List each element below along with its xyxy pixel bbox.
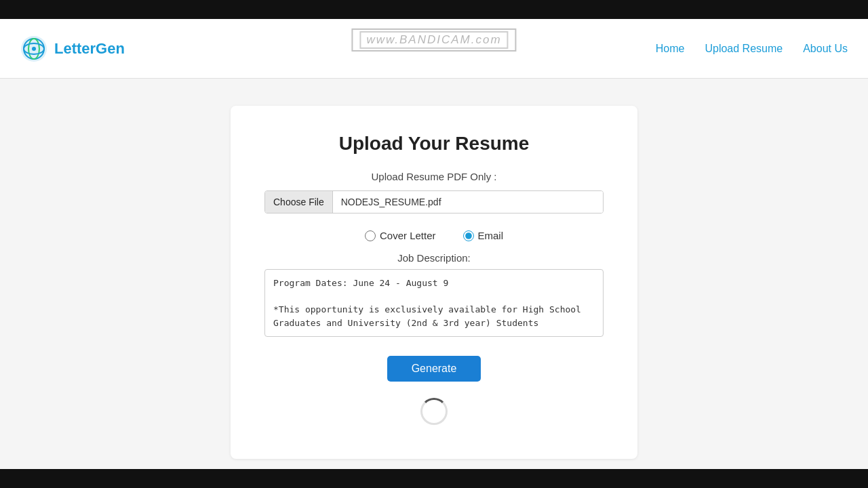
file-name: NODEJS_RESUME.pdf [333,191,603,213]
logo-area: LetterGen [20,35,125,62]
cover-letter-label: Cover Letter [380,230,436,241]
nav-home[interactable]: Home [656,43,685,55]
watermark: www.BANDICAM.com [351,28,516,52]
upload-card: Upload Your Resume Upload Resume PDF Onl… [231,106,637,459]
choose-file-button[interactable]: Choose File [265,191,333,213]
email-label: Email [478,230,504,241]
job-desc-label: Job Description: [264,252,604,264]
spinner-icon [420,398,448,425]
logo-text: LetterGen [54,40,125,58]
header: LetterGen www.BANDICAM.com Home Upload R… [0,19,868,79]
radio-group: Cover Letter Email [264,230,604,241]
cover-letter-radio[interactable] [365,230,376,241]
bottom-bar [0,469,868,488]
card-title: Upload Your Resume [264,133,604,155]
svg-point-4 [32,47,36,51]
job-description-textarea[interactable]: Program Dates: June 24 - August 9 *This … [264,269,604,337]
job-textarea-wrapper: Program Dates: June 24 - August 9 *This … [264,269,604,340]
nav-upload-resume[interactable]: Upload Resume [705,43,783,55]
file-input-wrapper: Choose File NODEJS_RESUME.pdf [264,190,604,214]
email-option[interactable]: Email [463,230,504,241]
generate-button[interactable]: Generate [387,356,481,382]
upload-label: Upload Resume PDF Only : [264,171,604,182]
loading-spinner [264,398,604,425]
nav-about-us[interactable]: About Us [803,43,848,55]
logo-icon [20,35,47,62]
email-radio[interactable] [463,230,474,241]
main-content: Upload Your Resume Upload Resume PDF Onl… [0,79,868,488]
cover-letter-option[interactable]: Cover Letter [365,230,436,241]
nav: Home Upload Resume About Us [656,43,848,55]
top-bar [0,0,868,19]
